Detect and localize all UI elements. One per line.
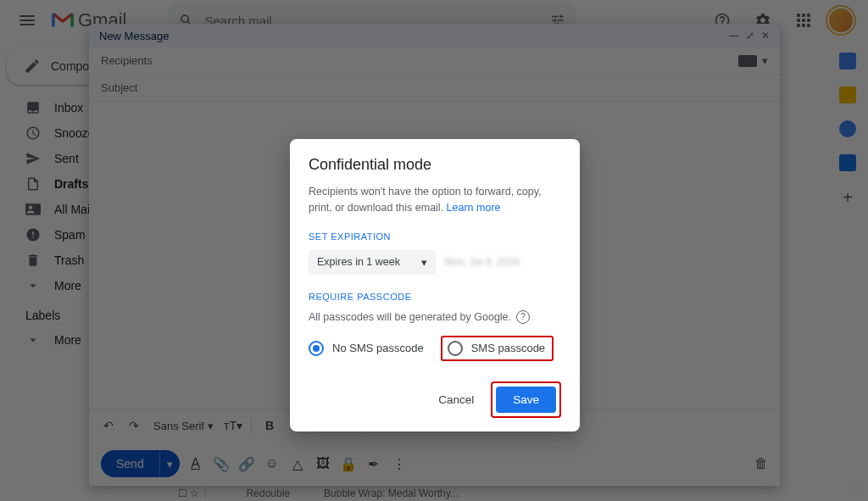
help-icon[interactable]: ? [516,310,530,324]
radio-checked-icon [309,341,324,356]
modal-title: Confidential mode [309,156,561,174]
chevron-down-icon: ▾ [421,256,427,269]
modal-description: Recipients won't have the option to forw… [309,184,561,216]
expiration-value: Expires in 1 week [317,256,400,268]
confidential-mode-dialog: Confidential mode Recipients won't have … [290,139,580,431]
expiration-date-hint: Mon, Jul 8, 2024 [444,256,520,268]
expiration-select[interactable]: Expires in 1 week ▾ [309,250,436,275]
radio-sms-passcode[interactable]: SMS passcode [448,341,545,356]
radio-sms-label: SMS passcode [471,342,545,354]
require-passcode-label: REQUIRE PASSCODE [309,292,561,302]
passcode-description: All passcodes will be generated by Googl… [309,310,561,324]
learn-more-link[interactable]: Learn more [447,202,501,214]
highlight-sms-option: SMS passcode [441,336,554,361]
radio-no-sms-label: No SMS passcode [332,342,424,354]
side-panel-chevron[interactable]: › [854,481,858,494]
save-button[interactable]: Save [496,387,556,413]
radio-unchecked-icon [448,341,463,356]
set-expiration-label: SET EXPIRATION [309,231,561,242]
cancel-button[interactable]: Cancel [430,387,482,413]
highlight-save-button: Save [491,381,561,418]
radio-no-sms-passcode[interactable]: No SMS passcode [309,336,424,361]
